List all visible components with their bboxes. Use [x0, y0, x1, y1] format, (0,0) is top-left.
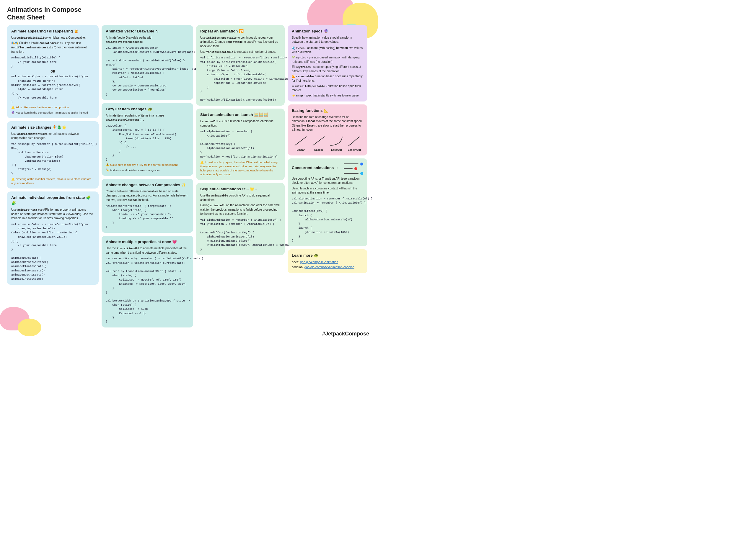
column-2: Animated Vector Drawable ∿ Animate Vecto… — [102, 25, 193, 327]
easing-easeinout: EaseInOut — [347, 135, 362, 152]
spec-item-spring: 🌱 spring - physics-based animation with … — [292, 56, 363, 64]
easein-curve — [311, 135, 326, 147]
easing-easeout-label: EaseOut — [331, 148, 342, 152]
card-appear-disappear: Animate appearing / disappearing 🧝 Use A… — [7, 25, 99, 118]
vector-code: val image = AnimatedImageVector .animate… — [106, 46, 189, 96]
repeat-code: val infiniteTransition = rememberInfinit… — [200, 56, 281, 102]
repeat-desc1: Use infiniteRepeatable to continuously r… — [200, 36, 281, 49]
learn-more-docs: docs: goo.gle/compose-animation — [292, 260, 363, 264]
specs-title: Animation specs 🔮 — [292, 29, 363, 34]
spec-item-snap: ⚡ snap - spec that instantly switches to… — [292, 93, 363, 98]
appear-warning: ⚠️ Adds / Removes the item from composit… — [11, 105, 94, 110]
lazy-note: ✏️ Additions and deletions are coming so… — [106, 168, 189, 172]
easing-linear: Linear — [293, 135, 308, 152]
spec-item-infinite: ∞ infiniteRepeatable - duration based sp… — [292, 84, 363, 93]
concurrent-row-2 — [344, 167, 363, 170]
card-lazy-list: Lazy list item changes 🐢 Animate item re… — [102, 103, 193, 176]
docs-label: docs: — [292, 260, 299, 264]
size-title: Animate size changes 🧚🐉🌟 — [11, 125, 94, 130]
codelab-link[interactable]: goo.gle/compose-animation-codelab — [305, 265, 354, 269]
lazy-warning: ⚠️ Make sure to specify a key for the co… — [106, 163, 189, 167]
card-easing: Easing functions 📐 Describe the rate of … — [288, 104, 367, 156]
card-repeat: Repeat an animation 🔁 Use infiniteRepeat… — [196, 25, 285, 106]
launch-desc: LaunchedEffect is run when a Composable … — [200, 119, 281, 128]
size-desc: Use animateContentSize for animations be… — [11, 132, 94, 140]
linear-curve — [293, 135, 308, 147]
spec-item-tween: 🌊 tween - animate (with easing) between … — [292, 46, 363, 55]
sequential-desc1: Use the Animatable coroutine APIs to do … — [200, 193, 281, 202]
size-code: var message by remember { mutableStateOf… — [11, 142, 94, 176]
concurrent-desc2: Using launch in a coroutine context will… — [292, 187, 363, 195]
multiple-code: var currentState by remember { mutableSt… — [106, 257, 189, 324]
easing-easeout: EaseOut — [329, 135, 344, 152]
card-concurrent: Concurrent animations → — [288, 159, 367, 247]
card-multiple-props: Animate multiple properties at once 💗 Us… — [102, 236, 193, 327]
page-title: Animations in Compose Cheat Sheet — [7, 6, 84, 21]
lazy-code: LazyColumn { items(books, key = { it.id … — [106, 124, 189, 162]
learn-more-title: Learn more 🐢 — [292, 253, 363, 258]
launch-code: val alphaAnimation = remember { Animatab… — [200, 130, 281, 159]
page-layout: Animations in Compose Cheat Sheet Animat… — [0, 0, 378, 342]
concurrent-row-3 — [344, 172, 363, 175]
easing-easein-label: EaseIn — [314, 148, 323, 152]
concurrent-row-1 — [344, 163, 363, 165]
concurrent-code: val alphaAnimation = remember { Animatab… — [292, 197, 363, 243]
codelab-label: codelab: — [292, 265, 304, 269]
vector-title: Animated Vector Drawable ∿ — [106, 29, 189, 34]
spec-item-keyframes: 🎞 keyframes - spec for specifying differ… — [292, 65, 363, 73]
svg-line-0 — [295, 137, 307, 145]
card-learn-more: Learn more 🐢 docs: goo.gle/compose-anima… — [288, 249, 367, 273]
easing-title: Easing functions 📐 — [292, 108, 363, 114]
sequential-desc2: Calling animateTo on the Animatable one … — [200, 203, 281, 216]
specs-items: 🌊 tween - animate (with easing) between … — [292, 46, 363, 98]
sequential-code: val alphaAnimation = remember { Animatab… — [200, 218, 281, 252]
appear-desc2: 🎭🎭 Children inside AnimatedVisibility ca… — [11, 41, 94, 54]
easing-chart: Linear EaseIn EaseOut — [292, 135, 363, 152]
easing-linear-label: Linear — [297, 148, 305, 152]
card-between-composables: Animate changes between Composables ✨ Ch… — [102, 179, 193, 233]
dot-red — [354, 167, 357, 170]
between-title: Animate changes between Composables ✨ — [106, 182, 189, 188]
easing-easein: EaseIn — [311, 135, 326, 152]
easeinout-curve — [347, 135, 362, 147]
appear-code2: val animatedAlpha = animateFloatAsState(… — [11, 75, 94, 104]
multiple-title: Animate multiple properties at once 💗 — [106, 239, 189, 245]
individual-title: Animate individual properties from state… — [11, 195, 94, 206]
dot-blue — [360, 163, 363, 165]
learn-more-codelab: codelab: goo.gle/compose-animation-codel… — [292, 265, 363, 269]
hashtag: #JetpackCompose — [322, 331, 369, 337]
column-3: Repeat an animation 🔁 Use infiniteRepeat… — [196, 25, 285, 255]
repeat-desc2: Use finiteRepeatable to repeat a set num… — [200, 50, 281, 54]
launch-title: Start an animation on launch 🧮🧮🧮 — [200, 112, 281, 118]
vector-subtitle: Animate VectorDrawable paths with animat… — [106, 36, 189, 44]
multiple-desc: Use the Transition API to animate multip… — [106, 246, 189, 255]
concurrent-dots-icon — [344, 162, 363, 176]
between-code: AnimatedContent(state) { targetState -> … — [106, 204, 189, 230]
sequential-title: Sequential animations ☞→🌟→ — [200, 187, 281, 192]
individual-code: val animatedColor = animateColorAsState(… — [11, 222, 94, 281]
main-grid: Animate appearing / disappearing 🧝 Use A… — [7, 25, 371, 327]
appear-desc1: Use AnimatedVisibility to hide/show a Co… — [11, 36, 94, 40]
card-animation-specs: Animation specs 🔮 Specify how animation … — [288, 25, 367, 101]
appear-code1: AnimatedVisibility(visible) { // your co… — [11, 56, 94, 68]
easing-desc: Describe the rate of change over time fo… — [292, 115, 363, 132]
lazy-subtitle: Animate item reordering of items in a li… — [106, 114, 189, 122]
launch-warning: ⚠️ If used in a lazy layout, LaunchedEff… — [200, 160, 281, 176]
column-4: Animation specs 🔮 Specify how animation … — [288, 25, 367, 273]
spec-item-repeatable: 🔁 repeatable- duration based spec runs r… — [292, 74, 363, 83]
card-appear-title: Animate appearing / disappearing 🧝 — [11, 29, 94, 34]
column-1: Animate appearing / disappearing 🧝 Use A… — [7, 25, 99, 285]
docs-link[interactable]: goo.gle/compose-animation — [300, 260, 338, 264]
size-warning: ⚠️ Ordering of the modifier matters, mak… — [11, 177, 94, 185]
concurrent-desc1: Use coroutine APIs, or Transition API (s… — [292, 177, 363, 185]
card-sequential: Sequential animations ☞→🌟→ Use the Anima… — [196, 183, 285, 255]
card-animated-vector: Animated Vector Drawable ∿ Animate Vecto… — [102, 25, 193, 100]
appear-note: 🔮 Keeps item in the composition - animat… — [11, 111, 94, 115]
easeout-curve — [329, 135, 344, 147]
specs-desc: Specify how animation value should trans… — [292, 36, 363, 44]
concurrent-title: Concurrent animations → — [292, 165, 339, 171]
or-divider: OR — [11, 69, 94, 74]
card-individual-props: Animate individual properties from state… — [7, 191, 99, 285]
card-size-changes: Animate size changes 🧚🐉🌟 Use animateCont… — [7, 121, 99, 189]
between-desc: Change between different Composables bas… — [106, 190, 189, 202]
